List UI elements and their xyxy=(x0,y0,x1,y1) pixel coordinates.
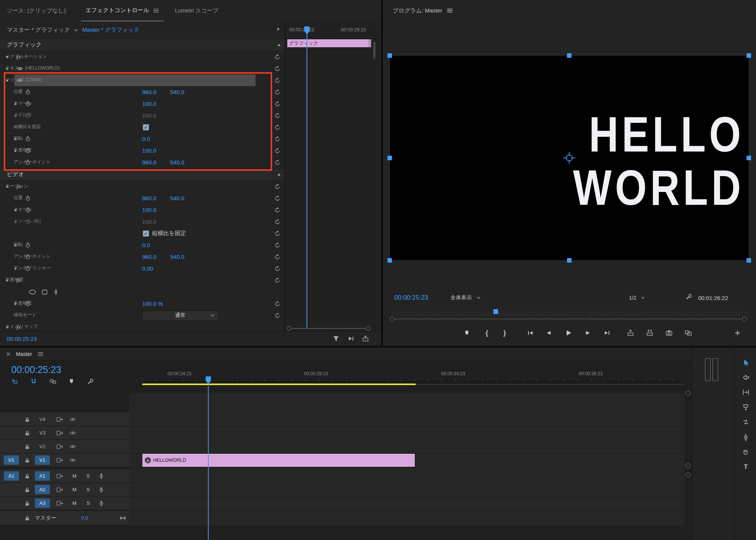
solo-button[interactable]: S xyxy=(85,487,91,492)
effect-row[interactable]: 回転0.0 xyxy=(0,133,285,145)
stopwatch-icon[interactable] xyxy=(25,89,35,95)
reset-icon[interactable] xyxy=(274,54,280,60)
scrollbar-segment[interactable] xyxy=(713,358,718,381)
pen-tool[interactable] xyxy=(741,432,751,443)
transform-handle[interactable] xyxy=(567,53,572,58)
transform-handle[interactable] xyxy=(747,53,751,58)
mini-vertical-scrollbar[interactable] xyxy=(373,42,375,59)
solo-button[interactable]: S xyxy=(85,500,91,506)
effect-row[interactable]: ✓縦横比を固定 xyxy=(0,227,285,239)
lock-icon[interactable] xyxy=(24,430,30,436)
slip-tool[interactable] xyxy=(741,417,751,427)
mute-button[interactable]: M xyxy=(72,487,77,492)
go-to-in-button[interactable] xyxy=(523,326,538,340)
panel-menu-icon[interactable] xyxy=(37,352,43,356)
reset-icon[interactable] xyxy=(274,77,280,84)
sync-lock-icon[interactable] xyxy=(56,487,64,493)
anchor-point-icon[interactable] xyxy=(562,151,576,165)
track-target-button[interactable]: V1 xyxy=(35,455,50,465)
source-patch[interactable] xyxy=(4,498,19,508)
reset-icon[interactable] xyxy=(274,124,280,130)
reset-icon[interactable] xyxy=(274,231,280,237)
lock-icon[interactable] xyxy=(24,515,30,521)
comparison-view-button[interactable] xyxy=(681,326,696,340)
snap-icon[interactable] xyxy=(30,378,37,385)
source-patch[interactable] xyxy=(4,415,19,424)
video-track-lane-V2[interactable] xyxy=(129,440,685,454)
blend-mode-select[interactable]: 通常 xyxy=(142,311,218,320)
param-value[interactable]: 540.0 xyxy=(170,254,184,260)
effect-row[interactable]: クリップ (C0043) xyxy=(0,74,285,86)
effect-row[interactable]: 水平比率100.0 xyxy=(0,110,285,121)
param-value[interactable]: 540.0 xyxy=(170,89,184,95)
video-track-lane-V3[interactable] xyxy=(129,426,685,440)
nest-insert-icon[interactable] xyxy=(11,378,18,385)
keyframe-nav-icon[interactable] xyxy=(119,515,126,521)
solo-button[interactable]: S xyxy=(85,473,91,479)
reset-icon[interactable] xyxy=(274,89,280,95)
play-in-to-out-icon[interactable] xyxy=(348,336,355,342)
monitor-playhead-marker[interactable] xyxy=(493,309,498,314)
timeline-ruler[interactable]: 00:00:24:2300:00:29:2300:00:34:2300:00:3… xyxy=(142,369,685,382)
effect-row[interactable]: スケール100.0 xyxy=(0,204,285,216)
timeline-timecode[interactable]: 00:00:25:23 xyxy=(11,364,61,375)
param-value[interactable]: 540.0 xyxy=(170,195,184,201)
track-visibility-icon[interactable] xyxy=(70,431,76,435)
reset-icon[interactable] xyxy=(274,136,280,142)
effect-row[interactable]: アンチフリッカー0.00 xyxy=(0,263,285,274)
collapse-icon[interactable] xyxy=(277,173,281,176)
lock-icon[interactable] xyxy=(24,487,30,493)
sync-lock-icon[interactable] xyxy=(56,457,64,463)
mini-playhead-handle[interactable] xyxy=(304,26,310,34)
show-timeline-toggle[interactable] xyxy=(276,27,280,31)
timeline-clip[interactable]: fx HELLOWORLD xyxy=(143,454,415,467)
effect-row[interactable]: 位置960.0540.0 xyxy=(0,86,285,98)
go-to-out-button[interactable] xyxy=(600,326,614,340)
effect-row[interactable]: 回転0.0 xyxy=(0,239,285,251)
param-value[interactable]: 960.0 xyxy=(142,89,156,95)
stopwatch-icon[interactable] xyxy=(25,242,35,248)
panel-menu-icon[interactable] xyxy=(447,8,453,13)
param-value[interactable]: 100.0 xyxy=(142,112,156,119)
transform-handle[interactable] xyxy=(567,258,572,263)
source-patch[interactable] xyxy=(4,442,19,451)
track-target-button[interactable]: A1 xyxy=(35,471,50,481)
param-value[interactable]: 0.00 xyxy=(142,265,153,272)
lock-icon[interactable] xyxy=(24,444,30,450)
zoom-handle-left[interactable] xyxy=(287,326,291,331)
effect-row[interactable]: 縦横比を固定✓ xyxy=(0,121,285,133)
hand-tool[interactable] xyxy=(741,447,751,457)
reset-icon[interactable] xyxy=(274,101,280,107)
effect-row[interactable]: fxモーション xyxy=(0,181,285,192)
export-frame-button[interactable] xyxy=(662,326,676,340)
program-video-frame[interactable]: HELLO WORLD xyxy=(390,56,749,260)
reset-icon[interactable] xyxy=(274,159,280,166)
sequence-tab-label[interactable]: Master xyxy=(16,351,32,357)
uniform-scale-checkbox[interactable]: ✓ xyxy=(143,124,149,130)
source-patch[interactable] xyxy=(4,485,19,494)
mark-in-button[interactable]: { xyxy=(480,326,494,340)
reset-icon[interactable] xyxy=(274,277,280,283)
video-track-lane-V4[interactable] xyxy=(129,413,685,427)
effect-mini-timeline[interactable]: 00:00:24:23 00:00:29:23 グラフィック xyxy=(285,21,381,331)
close-icon[interactable] xyxy=(6,352,11,356)
stopwatch-icon[interactable] xyxy=(25,195,35,201)
param-value[interactable]: 100.0 % xyxy=(142,300,163,307)
sync-lock-icon[interactable] xyxy=(56,430,64,436)
add-marker-icon[interactable] xyxy=(68,378,75,385)
sync-lock-icon[interactable] xyxy=(56,416,64,422)
audio-track-lane-A2[interactable] xyxy=(129,483,685,497)
mute-button[interactable]: M xyxy=(72,473,77,479)
param-value[interactable]: 100.0 xyxy=(142,101,156,107)
param-value[interactable]: 960.0 xyxy=(142,254,156,260)
track-visibility-icon[interactable] xyxy=(70,458,76,462)
timeline-settings-icon[interactable] xyxy=(87,378,94,385)
audio-track-lane-A3[interactable] xyxy=(129,497,685,511)
linked-selection-icon[interactable] xyxy=(49,378,57,385)
transform-handle[interactable] xyxy=(747,156,751,160)
panel-tab-1[interactable]: エフェクトコントロール xyxy=(81,0,164,21)
add-marker-button[interactable] xyxy=(460,326,474,340)
effect-row[interactable]: アンカーポイント960.0540.0 xyxy=(0,156,285,168)
stopwatch-icon[interactable] xyxy=(25,136,35,142)
voiceover-mic-icon[interactable] xyxy=(98,486,104,493)
